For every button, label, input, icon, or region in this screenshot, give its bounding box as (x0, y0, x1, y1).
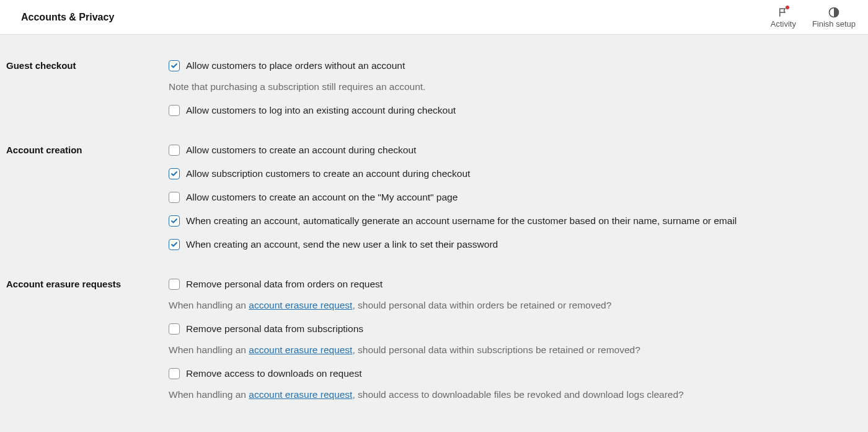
option-erase-orders: Remove personal data from orders on requ… (169, 278, 862, 312)
note-text-before: When handling an (169, 300, 249, 310)
checkbox-label: Remove personal data from subscriptions (186, 323, 363, 335)
settings-content: Guest checkout Allow customers to place … (0, 35, 868, 426)
note-erase-subscriptions: When handling an account erasure request… (169, 344, 862, 356)
note-erase-orders: When handling an account erasure request… (169, 299, 862, 312)
account-creation-title: Account creation (6, 144, 169, 251)
guest-checkout-title: Guest checkout (6, 60, 169, 117)
checkbox-label: Allow subscription customers to create a… (186, 168, 470, 180)
option-create-checkout: Allow customers to create an account dur… (169, 144, 862, 156)
checkbox-label: Allow customers to create an account dur… (186, 144, 416, 156)
page-title: Accounts & Privacy (21, 12, 114, 23)
guest-checkout-section: Guest checkout Allow customers to place … (6, 60, 862, 117)
activity-button[interactable]: Activity (771, 6, 796, 29)
notification-dot-icon (786, 6, 789, 9)
checkbox-label: Remove personal data from orders on requ… (186, 278, 383, 290)
checkbox-label: When creating an account, send the new u… (186, 238, 498, 251)
checkbox-label: Allow customers to place orders without … (186, 60, 405, 72)
note-text-after: , should personal data within orders be … (352, 300, 611, 310)
half-circle-icon (828, 6, 840, 19)
account-creation-section: Account creation Allow customers to crea… (6, 144, 862, 251)
note-text-after: , should personal data within subscripti… (352, 344, 640, 355)
checkbox-create-myaccount[interactable] (169, 192, 180, 203)
option-erase-subscriptions: Remove personal data from subscriptions … (169, 323, 862, 356)
finish-setup-button[interactable]: Finish setup (812, 6, 856, 29)
checkbox-label: Remove access to downloads on request (186, 367, 361, 380)
erasure-request-link[interactable]: account erasure request (249, 389, 352, 400)
checkbox-erase-downloads[interactable] (169, 368, 180, 379)
note-no-account: Note that purchasing a subscription stil… (169, 81, 862, 93)
option-erase-downloads: Remove access to downloads on request Wh… (169, 367, 862, 401)
erasure-request-link[interactable]: account erasure request (249, 344, 352, 355)
header: Accounts & Privacy Activity Finish setup (0, 0, 868, 35)
option-password-link: When creating an account, send the new u… (169, 238, 862, 251)
erasure-options: Remove personal data from orders on requ… (169, 278, 862, 401)
checkbox-allow-no-account[interactable] (169, 60, 180, 71)
checkbox-label: Allow customers to log into an existing … (186, 104, 456, 117)
checkbox-auto-username[interactable] (169, 215, 180, 227)
checkbox-label: When creating an account, automatically … (186, 215, 737, 227)
checkbox-erase-subscriptions[interactable] (169, 323, 180, 335)
option-auto-username: When creating an account, automatically … (169, 215, 862, 227)
note-text-before: When handling an (169, 344, 249, 355)
option-create-myaccount: Allow customers to create an account on … (169, 191, 862, 204)
erasure-section: Account erasure requests Remove personal… (6, 278, 862, 401)
checkbox-sub-create-checkout[interactable] (169, 168, 180, 179)
checkbox-label: Allow customers to create an account on … (186, 191, 458, 204)
checkbox-login-existing[interactable] (169, 105, 180, 116)
checkbox-erase-orders[interactable] (169, 279, 180, 290)
erasure-title: Account erasure requests (6, 278, 169, 401)
option-sub-create-checkout: Allow subscription customers to create a… (169, 168, 862, 180)
option-login-existing: Allow customers to log into an existing … (169, 104, 862, 117)
header-actions: Activity Finish setup (771, 6, 856, 29)
flag-icon (777, 6, 789, 19)
note-erase-downloads: When handling an account erasure request… (169, 389, 862, 401)
note-text-after: , should access to downloadable files be… (352, 389, 683, 400)
account-creation-options: Allow customers to create an account dur… (169, 144, 862, 251)
erasure-request-link[interactable]: account erasure request (249, 300, 352, 310)
guest-checkout-options: Allow customers to place orders without … (169, 60, 862, 117)
option-allow-no-account: Allow customers to place orders without … (169, 60, 862, 93)
note-text-before: When handling an (169, 389, 249, 400)
checkbox-password-link[interactable] (169, 239, 180, 250)
finish-setup-label: Finish setup (812, 19, 856, 29)
checkbox-create-checkout[interactable] (169, 145, 180, 156)
activity-label: Activity (771, 19, 796, 29)
